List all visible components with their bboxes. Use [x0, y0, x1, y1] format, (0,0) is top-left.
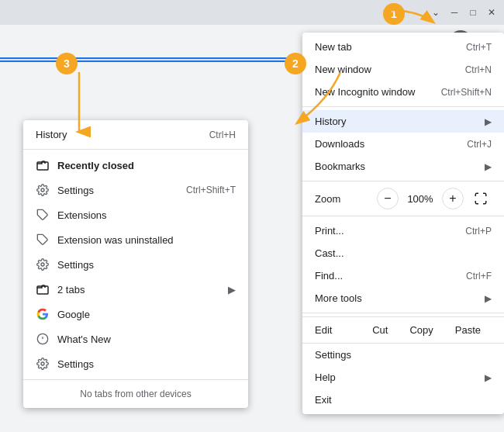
- svg-point-9: [41, 263, 44, 266]
- cast-label: Cast...: [315, 247, 344, 259]
- downloads-shortcut: Ctrl+J: [467, 139, 492, 150]
- tab-icon-2: [36, 282, 50, 296]
- history-divider-1: [23, 149, 248, 150]
- history-item-extensions[interactable]: Extensions: [23, 202, 248, 227]
- find-shortcut: Ctrl+F: [466, 271, 492, 282]
- minimize-button[interactable]: ─: [448, 6, 461, 19]
- new-tab-label: New tab: [315, 41, 352, 53]
- 2tabs-arrow-icon: ▶: [228, 284, 236, 295]
- history-item-whats-new[interactable]: What's New: [23, 327, 248, 351]
- history-item-extension-uninstalled[interactable]: Extension was uninstalled: [23, 227, 248, 252]
- puzzle-icon-2: [36, 233, 50, 247]
- menu-item-help[interactable]: Help ▶: [302, 366, 504, 389]
- history-item-recently-closed: Recently closed: [23, 153, 248, 178]
- annotation-arrow-1: [378, 6, 440, 33]
- incognito-shortcut: Ctrl+Shift+N: [441, 87, 492, 98]
- history-menu-header-shortcut: Ctrl+H: [209, 130, 236, 140]
- maximize-button[interactable]: □: [467, 6, 479, 19]
- history-item-google[interactable]: Google: [23, 302, 248, 327]
- history-item-settings-3[interactable]: Settings: [23, 351, 248, 376]
- help-label: Help: [315, 372, 336, 383]
- menu-item-downloads[interactable]: Downloads Ctrl+J: [302, 133, 504, 155]
- menu-item-more-tools[interactable]: More tools ▶: [302, 287, 504, 309]
- print-label: Print...: [315, 225, 344, 237]
- history-settings-3-label: Settings: [57, 358, 236, 370]
- menu-divider-4: [302, 313, 504, 313]
- more-tools-label: More tools: [315, 292, 362, 304]
- history-divider-2: [23, 379, 248, 380]
- menu-item-new-tab[interactable]: New tab Ctrl+T: [302, 36, 504, 58]
- zoom-minus-button[interactable]: −: [377, 188, 399, 209]
- tab-icon: [36, 158, 50, 172]
- puzzle-icon-1: [36, 208, 50, 222]
- history-item-settings-2[interactable]: Settings: [23, 252, 248, 277]
- history-item-2tabs[interactable]: 2 tabs ▶: [23, 277, 248, 302]
- zoom-controls: − 100% +: [377, 188, 492, 209]
- gear-icon-1: [36, 183, 50, 197]
- find-label: Find...: [315, 270, 343, 282]
- history-extension-uninstalled-label: Extension was uninstalled: [57, 234, 236, 246]
- history-menu-header-label: History: [36, 129, 67, 140]
- svg-point-6: [41, 188, 44, 192]
- zoom-label: Zoom: [315, 193, 340, 205]
- history-arrow-icon: ▶: [485, 116, 492, 127]
- google-icon: [36, 307, 50, 321]
- menu-divider-2: [302, 181, 504, 181]
- gear-icon-3: [36, 357, 50, 371]
- svg-point-14: [41, 362, 44, 365]
- history-item-settings-1[interactable]: Settings Ctrl+Shift+T: [23, 178, 248, 202]
- paste-button[interactable]: Paste: [444, 320, 492, 340]
- whats-new-icon: [36, 332, 50, 346]
- new-window-shortcut: Ctrl+N: [465, 64, 492, 75]
- annotation-arrow-2: [274, 68, 352, 130]
- close-button[interactable]: ✕: [485, 6, 498, 19]
- menu-divider-3: [302, 216, 504, 216]
- menu-item-print[interactable]: Print... Ctrl+P: [302, 219, 504, 242]
- annotation-arrow-3: [64, 68, 110, 138]
- menu-item-exit[interactable]: Exit: [302, 389, 504, 411]
- gear-icon-2: [36, 257, 50, 271]
- cut-button[interactable]: Cut: [361, 320, 399, 340]
- settings-label: Settings: [315, 349, 351, 361]
- zoom-row: Zoom − 100% +: [302, 185, 504, 213]
- history-extensions-label: Extensions: [57, 209, 236, 221]
- history-2tabs-label: 2 tabs: [57, 284, 220, 295]
- edit-label: Edit: [315, 324, 361, 336]
- menu-item-bookmarks[interactable]: Bookmarks ▶: [302, 155, 504, 178]
- copy-button[interactable]: Copy: [399, 320, 444, 340]
- print-shortcut: Ctrl+P: [465, 226, 492, 237]
- bookmarks-arrow-icon: ▶: [485, 161, 492, 172]
- zoom-plus-button[interactable]: +: [442, 188, 464, 209]
- menu-item-cast[interactable]: Cast...: [302, 242, 504, 264]
- history-whats-new-label: What's New: [57, 334, 236, 345]
- more-tools-arrow-icon: ▶: [485, 293, 492, 304]
- bookmarks-label: Bookmarks: [315, 161, 365, 172]
- help-arrow-icon: ▶: [485, 372, 492, 383]
- zoom-fullscreen-button[interactable]: [470, 188, 492, 209]
- history-menu-header[interactable]: History Ctrl+H: [23, 123, 248, 146]
- zoom-value: 100%: [405, 193, 436, 205]
- new-tab-shortcut: Ctrl+T: [466, 42, 492, 53]
- exit-label: Exit: [315, 394, 332, 406]
- history-google-label: Google: [57, 309, 236, 320]
- edit-row: Edit Cut Copy Paste: [302, 316, 504, 344]
- history-settings-1-label: Settings: [57, 185, 178, 196]
- downloads-label: Downloads: [315, 138, 364, 150]
- history-settings-1-shortcut: Ctrl+Shift+T: [186, 185, 236, 195]
- history-settings-2-label: Settings: [57, 259, 236, 271]
- history-submenu: History Ctrl+H Recently closed Settings …: [23, 120, 248, 408]
- menu-item-find[interactable]: Find... Ctrl+F: [302, 264, 504, 287]
- menu-item-settings[interactable]: Settings: [302, 344, 504, 366]
- recently-closed-label: Recently closed: [57, 160, 236, 171]
- history-footer: No tabs from other devices: [23, 383, 248, 405]
